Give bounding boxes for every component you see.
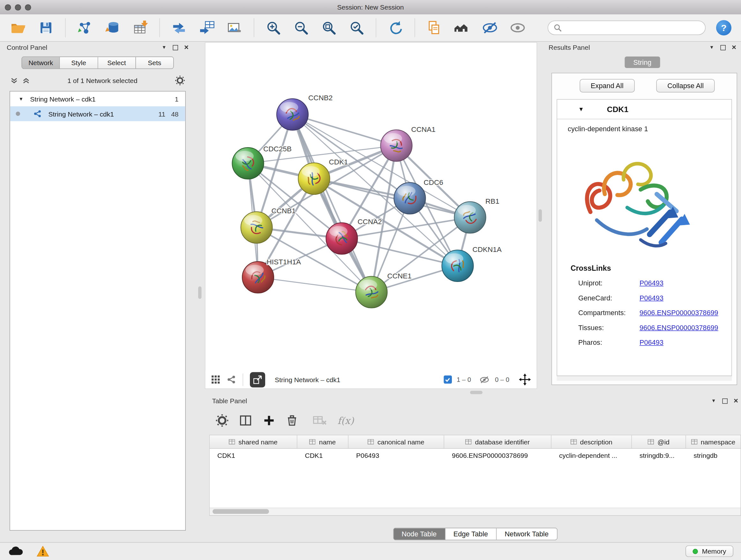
network-node-ccnb2[interactable] [277,99,308,130]
detach-view-button[interactable] [250,372,265,387]
birds-eye-view-button[interactable] [454,19,471,37]
zoom-in-button[interactable] [265,19,282,37]
memory-button[interactable]: Memory [686,546,733,557]
right-splitter-handle[interactable] [539,209,542,222]
selected-checkbox-icon[interactable] [444,375,452,384]
protein-section-header[interactable]: ▼ CDK1 [557,100,731,119]
panel-menu-button[interactable]: ▼ [162,45,166,50]
scrollbar-thumb[interactable] [212,509,269,514]
help-button[interactable]: ? [716,20,731,36]
network-node-ccnb1[interactable] [241,212,273,243]
import-network-from-database-button[interactable] [104,19,121,37]
network-edge[interactable] [342,239,458,266]
column-header-database-identifier[interactable]: database identifier [444,435,551,449]
tab-edge-table[interactable]: Edge Table [445,528,496,540]
tab-node-table[interactable]: Node Table [394,528,445,540]
cell-shared-name[interactable]: CDK1 [210,449,297,462]
crosslink-pharos-link[interactable]: P06493 [639,338,664,346]
network-options-gear-icon[interactable] [175,76,185,85]
tab-sets[interactable]: Sets [136,57,173,69]
pan-move-icon[interactable] [519,374,531,386]
column-header-name[interactable]: name [297,435,349,449]
collapse-all-icon[interactable] [10,77,18,84]
save-session-button[interactable] [37,19,55,37]
warning-icon[interactable] [37,546,50,557]
network-node-cdc25b[interactable] [232,147,264,179]
table-panel-menu-button[interactable]: ▼ [711,398,716,403]
crosslink-uniprot-link[interactable]: P06493 [639,279,664,287]
network-node-cdc6[interactable] [394,183,426,214]
show-columns-icon[interactable] [239,414,253,427]
cell-description[interactable]: cyclin-dependent ... [551,449,632,462]
column-header-shared-name[interactable]: shared name [210,435,297,449]
table-float-panel-button[interactable] [722,398,728,403]
expand-all-button[interactable]: Expand All [580,79,635,92]
network-collection-row[interactable]: ▼ String Network – cdk1 1 [10,91,185,107]
results-float-panel-button[interactable] [720,45,726,50]
left-splitter-handle[interactable] [198,287,202,299]
column-header-description[interactable]: description [551,435,632,449]
table-horizontal-scrollbar[interactable] [210,508,741,515]
new-network-button[interactable] [171,19,188,37]
tab-string-results[interactable]: String [625,57,660,68]
add-column-icon[interactable] [263,415,275,427]
tab-network[interactable]: Network [22,57,60,69]
results-scrollbar[interactable] [557,376,732,381]
zoom-out-button[interactable] [293,19,310,37]
network-canvas[interactable]: CCNB2CCNA1CDC25BCDK1CDC6RB1CCNB1CCNA2CDK… [205,43,537,371]
tree-expand-caret-icon[interactable]: ▼ [19,97,23,102]
copy-document-button[interactable] [426,19,443,37]
table-row[interactable]: CDK1 CDK1 P06493 9606.ENSP00000378699 cy… [210,449,741,462]
network-node-cdk1[interactable] [298,163,330,194]
network-node-ccna2[interactable] [326,223,358,254]
network-edge[interactable] [293,115,397,146]
export-image-button[interactable] [226,19,243,37]
network-node-ccna1[interactable] [381,130,412,162]
network-node-cdkn1a[interactable] [442,250,474,282]
cloud-icon[interactable] [8,546,24,557]
open-session-button[interactable] [10,19,27,37]
bottom-splitter-handle[interactable] [470,391,482,394]
float-panel-button[interactable] [173,45,178,50]
collapse-all-button[interactable]: Collapse All [657,79,715,92]
new-network-from-table-button[interactable] [198,19,215,37]
network-edge[interactable] [293,115,372,293]
network-edge[interactable] [314,179,470,218]
column-header-namespace[interactable]: namespace [686,435,741,449]
show-all-button[interactable] [509,19,526,37]
crosslink-genecard-link[interactable]: P06493 [639,294,664,301]
import-network-from-file-button[interactable] [76,19,93,37]
hide-selected-button[interactable] [481,19,498,37]
network-row[interactable]: String Network – cdk1 11 48 [10,106,185,121]
cell-name[interactable]: CDK1 [297,449,349,462]
apply-layout-button[interactable] [387,19,404,37]
cell-id[interactable]: stringdb:9... [632,449,686,462]
network-node-rb1[interactable] [455,202,486,233]
close-panel-button[interactable]: × [184,44,189,51]
tab-select[interactable]: Select [98,57,136,69]
search-input[interactable] [565,23,699,32]
zoom-selected-button[interactable] [348,19,365,37]
section-collapse-caret-icon[interactable]: ▼ [578,106,584,113]
crosslink-compartments-link[interactable]: 9606.ENSP00000378699 [639,309,718,316]
results-panel-menu-button[interactable]: ▼ [710,45,714,50]
import-table-from-file-button[interactable] [132,19,149,37]
results-close-panel-button[interactable]: × [732,44,736,51]
search-box[interactable] [548,21,705,35]
delete-column-icon[interactable] [286,415,298,427]
grid-view-icon[interactable] [211,375,220,384]
cell-canonical-name[interactable]: P06493 [348,449,444,462]
tab-network-table[interactable]: Network Table [496,528,556,540]
network-node-ccne1[interactable] [356,276,387,308]
cell-namespace[interactable]: stringdb [686,449,741,462]
expand-all-icon[interactable] [23,77,30,84]
cell-database-identifier[interactable]: 9606.ENSP00000378699 [444,449,551,462]
network-edge[interactable] [258,277,372,293]
crosslink-tissues-link[interactable]: 9606.ENSP00000378699 [639,323,718,331]
table-options-gear-icon[interactable] [216,415,228,427]
column-header-id[interactable]: @id [632,435,686,449]
column-header-canonical-name[interactable]: canonical name [348,435,444,449]
table-close-panel-button[interactable]: × [734,397,738,405]
tab-style[interactable]: Style [60,57,98,69]
zoom-fit-button[interactable] [320,19,338,37]
